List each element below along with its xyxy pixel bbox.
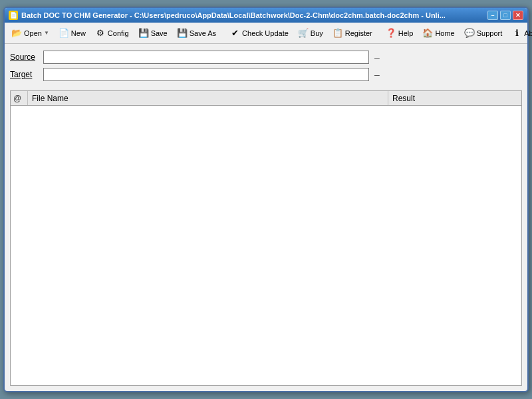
home-button[interactable]: 🏠 Home — [418, 26, 458, 41]
config-button[interactable]: ⚙ Config — [91, 26, 133, 41]
table-header: @ File Name Result — [11, 91, 521, 106]
save-button[interactable]: 💾 Save — [134, 26, 172, 41]
support-icon: 💬 — [464, 28, 475, 39]
window-title: Batch DOC TO CHM Generator - C:\Users\pe… — [21, 11, 446, 19]
source-row: Source – — [10, 49, 522, 65]
help-button[interactable]: ❓ Help — [382, 26, 418, 41]
register-icon: 📋 — [332, 28, 343, 39]
new-icon: 📄 — [59, 28, 69, 39]
home-icon: 🏠 — [422, 28, 433, 39]
save-icon: 💾 — [138, 28, 149, 39]
source-dash: – — [374, 52, 380, 63]
minimize-button[interactable]: – — [487, 11, 498, 20]
buy-button[interactable]: 🛒 Buy — [294, 26, 327, 41]
col-result-header: Result — [388, 91, 521, 105]
register-button[interactable]: 📋 Register — [329, 26, 376, 41]
source-label: Source — [10, 53, 43, 62]
app-icon: 📄 — [9, 11, 18, 20]
about-icon: ℹ — [511, 28, 522, 39]
table-body — [11, 106, 521, 385]
target-row: Target – — [10, 66, 522, 82]
col-at-header: @ — [11, 91, 28, 105]
save-as-icon: 💾 — [177, 28, 188, 39]
file-table: @ File Name Result — [10, 90, 522, 386]
close-button[interactable]: ✕ — [513, 11, 523, 20]
about-button[interactable]: ℹ About — [507, 26, 532, 41]
config-icon: ⚙ — [95, 28, 106, 39]
source-input[interactable] — [43, 51, 369, 64]
help-icon: ❓ — [386, 28, 396, 39]
support-button[interactable]: 💬 Support — [460, 26, 507, 41]
title-bar: 📄 Batch DOC TO CHM Generator - C:\Users\… — [5, 8, 527, 23]
maximize-button[interactable]: □ — [500, 11, 511, 20]
check-update-icon: ✔ — [229, 28, 240, 39]
form-area: Source – Target – — [5, 44, 527, 88]
title-controls: – □ ✕ — [487, 11, 523, 20]
target-dash: – — [374, 69, 380, 80]
title-bar-left: 📄 Batch DOC TO CHM Generator - C:\Users\… — [9, 11, 446, 20]
open-dropdown-arrow: ▼ — [44, 30, 49, 36]
open-icon: 📂 — [11, 28, 22, 39]
buy-icon: 🛒 — [298, 28, 309, 39]
save-as-button[interactable]: 💾 Save As — [173, 26, 220, 41]
open-button[interactable]: 📂 Open ▼ — [7, 26, 53, 41]
target-input[interactable] — [43, 68, 369, 81]
col-filename-header: File Name — [28, 91, 388, 105]
new-button[interactable]: 📄 New — [55, 26, 90, 41]
check-update-button[interactable]: ✔ Check Update — [225, 26, 293, 41]
main-window: 📄 Batch DOC TO CHM Generator - C:\Users\… — [3, 7, 529, 392]
toolbar: 📂 Open ▼ 📄 New ⚙ Config 💾 Save 💾 Save As… — [5, 23, 527, 44]
target-label: Target — [10, 70, 43, 79]
